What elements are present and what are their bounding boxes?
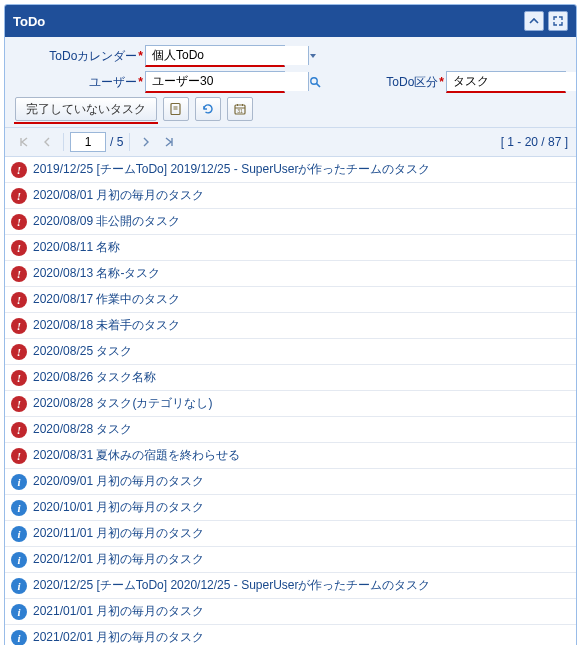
list-item[interactable]: !2020/08/13 名称-タスク	[5, 260, 576, 286]
list-item-text: 2020/09/01 月初の毎月のタスク	[33, 473, 204, 490]
kind-input[interactable]	[447, 72, 577, 91]
last-page-icon	[165, 137, 175, 147]
required-mark: *	[138, 49, 143, 63]
list-item-text: 2020/08/18 未着手のタスク	[33, 317, 180, 334]
paging-status: [ 1 - 20 / 87 ]	[501, 135, 568, 149]
alert-icon: !	[11, 318, 27, 334]
svg-point-0	[311, 77, 317, 83]
expand-icon	[553, 16, 563, 26]
first-page-button[interactable]	[13, 132, 33, 152]
list-item[interactable]: !2020/08/17 作業中のタスク	[5, 286, 576, 312]
info-icon: i	[11, 526, 27, 542]
alert-icon: !	[11, 292, 27, 308]
list-item[interactable]: !2020/08/01 月初の毎月のタスク	[5, 182, 576, 208]
info-icon: i	[11, 578, 27, 594]
list-item-text: 2020/08/26 タスク名称	[33, 369, 156, 386]
user-search-trigger[interactable]	[308, 72, 321, 91]
list-item[interactable]: i2020/12/25 [チームToDo] 2020/12/25 - Super…	[5, 572, 576, 598]
list-item-text: 2020/08/28 タスク(カテゴリなし)	[33, 395, 212, 412]
incomplete-tasks-button[interactable]: 完了していないタスク	[15, 97, 157, 121]
list-item-text: 2020/08/13 名称-タスク	[33, 265, 160, 282]
alert-icon: !	[11, 448, 27, 464]
prev-page-icon	[42, 137, 52, 147]
list-item-text: 2020/08/25 タスク	[33, 343, 132, 360]
list-item[interactable]: !2020/08/11 名称	[5, 234, 576, 260]
search-icon	[309, 76, 321, 88]
filter-area: ToDoカレンダー* ユーザー* ToDo区分*	[5, 37, 576, 128]
svg-text:31: 31	[237, 108, 243, 114]
calendar-label: ToDoカレンダー*	[15, 48, 145, 65]
collapse-button[interactable]	[524, 11, 544, 31]
new-document-icon	[169, 102, 183, 116]
alert-icon: !	[11, 240, 27, 256]
list-item[interactable]: !2020/08/28 タスク	[5, 416, 576, 442]
list-item[interactable]: i2020/09/01 月初の毎月のタスク	[5, 468, 576, 494]
list-item[interactable]: !2020/08/25 タスク	[5, 338, 576, 364]
calendar-field	[145, 45, 285, 67]
alert-icon: !	[11, 396, 27, 412]
list-item[interactable]: !2020/08/28 タスク(カテゴリなし)	[5, 390, 576, 416]
info-icon: i	[11, 474, 27, 490]
list-item-text: 2020/12/01 月初の毎月のタスク	[33, 551, 204, 568]
filter-row-user: ユーザー* ToDo区分*	[15, 71, 566, 93]
new-button[interactable]	[163, 97, 189, 121]
list-item[interactable]: i2020/10/01 月初の毎月のタスク	[5, 494, 576, 520]
list-item-text: 2020/12/25 [チームToDo] 2020/12/25 - SuperU…	[33, 577, 431, 594]
alert-icon: !	[11, 344, 27, 360]
page-input[interactable]	[70, 132, 106, 152]
user-label: ユーザー*	[15, 74, 145, 91]
page-total: / 5	[110, 135, 123, 149]
filter-row-calendar: ToDoカレンダー*	[15, 45, 566, 67]
list-item[interactable]: !2019/12/25 [チームToDo] 2019/12/25 - Super…	[5, 157, 576, 182]
todo-panel: ToDo ToDoカレンダー* ユーザー*	[4, 4, 577, 645]
alert-icon: !	[11, 422, 27, 438]
list-item[interactable]: !2020/08/09 非公開のタスク	[5, 208, 576, 234]
calendar-button[interactable]: 31	[227, 97, 253, 121]
refresh-icon	[201, 102, 215, 116]
first-page-icon	[18, 137, 28, 147]
required-mark: *	[439, 75, 444, 89]
separator	[129, 133, 130, 151]
info-icon: i	[11, 604, 27, 620]
alert-icon: !	[11, 266, 27, 282]
refresh-button[interactable]	[195, 97, 221, 121]
next-page-icon	[141, 137, 151, 147]
list-item[interactable]: i2020/11/01 月初の毎月のタスク	[5, 520, 576, 546]
list-item-text: 2020/08/11 名称	[33, 239, 120, 256]
panel-title: ToDo	[13, 14, 520, 29]
prev-page-button[interactable]	[37, 132, 57, 152]
list-item[interactable]: i2021/02/01 月初の毎月のタスク	[5, 624, 576, 645]
user-field	[145, 71, 285, 93]
svg-line-1	[317, 83, 320, 86]
list-item[interactable]: i2020/12/01 月初の毎月のタスク	[5, 546, 576, 572]
list-item-text: 2021/01/01 月初の毎月のタスク	[33, 603, 204, 620]
chevron-up-icon	[529, 16, 539, 26]
paging-bar: / 5 [ 1 - 20 / 87 ]	[5, 128, 576, 157]
alert-icon: !	[11, 370, 27, 386]
list-item-text: 2020/08/28 タスク	[33, 421, 132, 438]
alert-icon: !	[11, 214, 27, 230]
calendar-icon: 31	[233, 102, 247, 116]
list-item-text: 2019/12/25 [チームToDo] 2019/12/25 - SuperU…	[33, 161, 431, 178]
kind-field	[446, 71, 566, 93]
list-item[interactable]: !2020/08/26 タスク名称	[5, 364, 576, 390]
list-item-text: 2020/08/31 夏休みの宿題を終わらせる	[33, 447, 240, 464]
list-item[interactable]: !2020/08/18 未着手のタスク	[5, 312, 576, 338]
chevron-down-icon	[309, 52, 317, 60]
toolbar: 完了していないタスク 31	[15, 97, 566, 121]
list-item-text: 2021/02/01 月初の毎月のタスク	[33, 629, 204, 645]
next-page-button[interactable]	[136, 132, 156, 152]
user-input[interactable]	[146, 72, 308, 91]
panel-header: ToDo	[5, 5, 576, 37]
calendar-input[interactable]	[146, 46, 308, 65]
list-item-text: 2020/08/17 作業中のタスク	[33, 291, 180, 308]
alert-icon: !	[11, 188, 27, 204]
alert-icon: !	[11, 162, 27, 178]
last-page-button[interactable]	[160, 132, 180, 152]
list-item-text: 2020/11/01 月初の毎月のタスク	[33, 525, 204, 542]
maximize-button[interactable]	[548, 11, 568, 31]
info-icon: i	[11, 552, 27, 568]
calendar-dropdown-trigger[interactable]	[308, 46, 317, 65]
list-item[interactable]: !2020/08/31 夏休みの宿題を終わらせる	[5, 442, 576, 468]
list-item[interactable]: i2021/01/01 月初の毎月のタスク	[5, 598, 576, 624]
